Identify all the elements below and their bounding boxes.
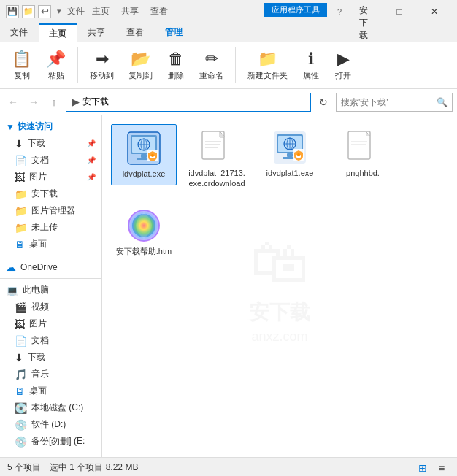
picmanager-icon: 📁 [15,205,27,217]
save-icon[interactable]: 💾 [6,5,19,18]
svg-point-29 [297,153,300,156]
ribbon-newfolder-btn[interactable]: 📁 新建文件夹 [242,47,293,84]
path-segment: 安下载 [82,96,109,108]
sidebar-item-thispc[interactable]: 💻 此电脑 [0,282,101,299]
share-tab[interactable]: 共享 [117,5,143,18]
sidebar: ▼ 快速访问 ⬇ 下载 📌 📄 文档 📌 🖼 图片 📌 📁 安下载 [0,115,102,457]
ribbon-tab-bar: 文件 主页 共享 查看 管理 [0,23,457,42]
sidebar-item-weiup[interactable]: 📁 未上传 [0,219,101,236]
ribbon-rename-btn[interactable]: ✏ 重命名 [193,47,229,84]
music-icon: 🎵 [15,369,27,380]
tab-home[interactable]: 主页 [39,23,77,42]
refresh-button[interactable]: ↻ [314,93,333,112]
ribbon-move-btn[interactable]: ➡ 移动到 [84,47,120,84]
weiup-icon: 📁 [15,222,27,234]
file-item-1[interactable]: idvdplat.exe [111,124,177,185]
file-tab[interactable]: 文件 [67,5,85,18]
large-icon-view-btn[interactable]: ⊞ [415,460,431,476]
svg-rect-8 [141,154,147,158]
desktop2-icon: 🖥 [15,385,25,397]
sidebar-item-video[interactable]: 🎬 视频 [0,299,101,315]
address-bar: ← → ↑ ▶ 安下载 ↻ 🔍 [0,89,457,115]
pictures2-icon: 🖼 [15,318,25,330]
file-item-5[interactable]: 安下载帮助.htm [111,202,177,262]
ribbon: 文件 主页 共享 查看 管理 📋 复制 📌 粘贴 ➡ 移动到 📂 复制到 🗑 删… [0,23,457,89]
file-icon-crdownload [199,130,234,165]
ribbon-sep1 [77,47,78,83]
ribbon-copy2-btn[interactable]: 📂 复制到 [123,47,158,84]
ribbon-paste-btn[interactable]: 📌 粘贴 [40,47,72,84]
forward-button[interactable]: → [25,93,42,111]
anzaixai-icon: 📁 [15,188,27,200]
watermark-text2: anxz.com [251,329,307,345]
folder-icon[interactable]: 📁 [22,5,35,18]
sidebar-item-drive-d[interactable]: 💿 软件 (D:) [0,416,101,433]
sidebar-divider-1 [0,256,101,256]
list-view-btn[interactable]: ≡ [434,460,450,476]
quick-access-toolbar: 💾 📁 ↩ ▾ [6,5,61,18]
file-icon-png [345,130,380,165]
sidebar-item-desktop[interactable]: 🖥 桌面 [0,236,101,253]
dl2-icon: ⬇ [15,352,23,364]
documents-sidebar-icon: 📄 [15,155,27,166]
up-button[interactable]: ↑ [45,93,63,111]
home-tab[interactable]: 主页 [88,5,114,18]
drive-d-icon: 💿 [15,419,27,431]
sidebar-item-desktop2[interactable]: 🖥 桌面 [0,383,101,399]
quick-access-header[interactable]: ▼ 快速访问 [0,118,101,135]
sidebar-item-pictures[interactable]: 🖼 图片 📌 [0,169,101,185]
pin-icon-2: 📌 [87,156,96,164]
sidebar-item-picmanager[interactable]: 📁 图片管理器 [0,202,101,219]
sidebar-item-pictures2[interactable]: 🖼 图片 [0,315,101,332]
sidebar-item-network[interactable]: 🌐 网络 [0,456,101,457]
sidebar-item-download[interactable]: ⬇ 下载 📌 [0,135,101,152]
download-title-tab: 安下载 [352,3,375,43]
drive-e-icon: 💿 [15,436,27,448]
address-path[interactable]: ▶ 安下载 [66,93,311,112]
pin-icon: 📌 [87,139,96,147]
sidebar-item-anzaixai[interactable]: 📁 安下载 [0,185,101,202]
svg-rect-25 [287,153,293,157]
sidebar-item-drive-c[interactable]: 💽 本地磁盘 (C:) [0,399,101,416]
help-icon[interactable]: ? [337,7,342,16]
ribbon-delete-btn[interactable]: 🗑 删除 [161,47,191,84]
file-item-4[interactable]: pnghhbd. [330,124,396,184]
ribbon-copy-btn[interactable]: 📋 复制 [6,47,37,84]
sidebar-divider-2 [0,278,101,279]
sidebar-item-onedrive[interactable]: ☁ OneDrive [0,259,101,275]
ribbon-open-btn[interactable]: ▶ 打开 [329,47,358,84]
file-icon-exe1 [126,131,161,166]
sidebar-item-drive-e[interactable]: 💿 备份[勿删] (E: [0,433,101,450]
back-button[interactable]: ← [4,93,22,111]
file-name-2: idvdplat_21713.exe.crdownload [187,168,247,189]
sidebar-item-docs2[interactable]: 📄 文档 [0,332,101,349]
file-area: 🛍 安下载 anxz.com [102,115,457,457]
file-name-5: 安下载帮助.htm [116,246,172,256]
tab-view[interactable]: 查看 [116,23,155,42]
view-tab[interactable]: 查看 [146,5,172,18]
sidebar-item-dl2[interactable]: ⬇ 下载 [0,349,101,366]
drive-c-icon: 💽 [15,402,27,414]
maximize-button[interactable]: □ [383,0,416,23]
tab-file[interactable]: 文件 [0,23,39,42]
undo-icon[interactable]: ↩ [38,5,51,18]
search-icon: 🔍 [437,97,448,107]
file-item-2[interactable]: idvdplat_21713.exe.crdownload [184,124,250,195]
sidebar-item-music[interactable]: 🎵 音乐 [0,366,101,383]
ribbon-properties-btn[interactable]: ℹ 属性 [296,47,326,84]
tab-share[interactable]: 共享 [77,23,116,42]
search-box: 🔍 [336,93,453,112]
sidebar-divider-3 [0,453,101,453]
file-item-3[interactable]: idvdplat1.exe [257,124,323,184]
sidebar-item-documents[interactable]: 📄 文档 📌 [0,152,101,169]
app-tools-label: 应用程序工具 [264,3,327,17]
tab-manage[interactable]: 管理 [155,23,193,42]
search-input[interactable] [341,97,434,107]
file-icon-htm [126,208,161,243]
close-button[interactable]: ✕ [418,0,451,23]
view-buttons: ⊞ ≡ [415,460,450,476]
onedrive-icon: ☁ [6,261,16,273]
file-icon-exe2 [272,130,307,165]
statusbar: 5 个项目 选中 1 个项目 8.22 MB ⊞ ≡ [0,457,457,476]
video-icon: 🎬 [15,302,27,313]
